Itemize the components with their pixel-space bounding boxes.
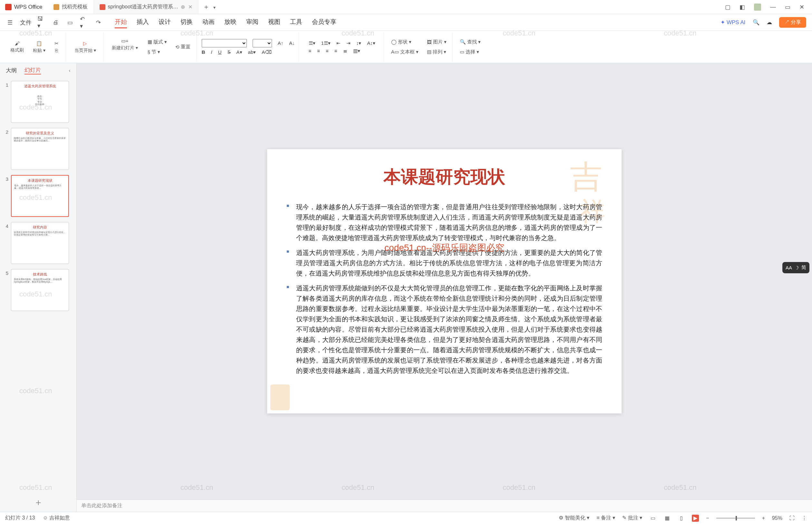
notes-toggle[interactable]: ≡ 备注 ▾ (596, 515, 615, 521)
shape-button[interactable]: ◯ 形状 ▾ (389, 38, 420, 46)
slides-tab[interactable]: 幻灯片 (24, 66, 41, 75)
ribbon-tab-animation[interactable]: 动画 (202, 16, 215, 28)
avatar-icon[interactable] (754, 3, 761, 11)
bullets-icon[interactable]: ☰▾ (309, 40, 315, 46)
ribbon-tab-transition[interactable]: 切换 (180, 16, 193, 28)
expand-panel-icon[interactable]: ⋮ (802, 515, 807, 521)
font-size-select[interactable] (253, 39, 272, 47)
slide-thumbnail[interactable]: 3 本课题研究现状现今，越来越多的人乐于选择一项合适的管理方案…逍遥大药房管理系… (3, 175, 74, 217)
align-center-icon[interactable]: ≡ (317, 48, 320, 53)
outdent-icon[interactable]: ⇤ (336, 40, 341, 46)
smart-beautify-button[interactable]: ⚙ 智能美化 ▾ (559, 515, 589, 521)
zoom-out-icon[interactable]: − (706, 515, 709, 521)
cloud-icon[interactable]: ☁ (766, 19, 772, 26)
slide-thumbnail[interactable]: 4 研究内容该系统主要研究对信息的存储与呈现方式进行优化，在信息管理的安全性与可… (3, 222, 74, 264)
from-current-button[interactable]: ▷ 当页开始 ▾ (71, 40, 99, 53)
close-tab-icon[interactable]: ✕ (188, 4, 192, 10)
new-slide-button[interactable]: ▭+ 新建幻灯片 ▾ (109, 38, 141, 56)
ribbon-tab-tools[interactable]: 工具 (290, 16, 302, 28)
tab-template-store[interactable]: 找稻壳模板 (48, 0, 94, 14)
section-button[interactable]: § 节 ▾ (146, 48, 169, 56)
italic-icon[interactable]: I (211, 49, 212, 55)
select-button[interactable]: ▭ 选择 ▾ (458, 48, 483, 56)
slide-content[interactable]: 现今，越来越多的人乐于选择一项合适的管理方案，但是普通用户往往受到管理经验地限制… (286, 202, 602, 376)
minimize-icon[interactable]: — (770, 3, 776, 10)
strike-icon[interactable]: S̶ (228, 49, 231, 55)
bullet-item[interactable]: 逍遥大药房管理系统能做到的不仅是大大简化管理员的信息管理工作，更能在数字化的平面… (286, 283, 602, 376)
print-icon[interactable]: 🖨 (52, 18, 60, 27)
collapse-panel-icon[interactable]: ‹ (69, 67, 70, 74)
tab-document[interactable]: springboot逍遥大药房管理系… ⊕ ✕ (94, 0, 199, 14)
paste-button[interactable]: 📋 粘贴 ▾ (30, 40, 49, 53)
slide-thumbnail[interactable]: 1 逍遥大药房管理系统姓名: 学号: 专业: 指导教师: (3, 81, 74, 123)
ribbon-tab-view[interactable]: 视图 (268, 16, 280, 28)
highlight-icon[interactable]: ab▾ (248, 49, 256, 55)
underline-icon[interactable]: U (218, 49, 222, 55)
ribbon-tab-member[interactable]: 会员专享 (312, 16, 336, 28)
reading-view-icon[interactable]: ▯ (678, 515, 685, 522)
file-menu[interactable]: 文件 (20, 19, 32, 27)
arrange-button[interactable]: ▤ 排列 ▾ (425, 48, 449, 56)
reading-mode-pill[interactable]: AA ☽ 简 (782, 262, 809, 273)
preview-icon[interactable]: ▭ (66, 18, 74, 27)
text-direction-icon[interactable]: A↕▾ (367, 40, 376, 46)
add-slide-button[interactable]: ＋ (0, 493, 76, 512)
zoom-slider[interactable] (716, 518, 755, 519)
cut-button[interactable]: ✂ ⎘ (51, 40, 62, 53)
line-spacing-icon[interactable]: ↕▾ (357, 40, 362, 46)
increase-font-icon[interactable]: A↑ (278, 40, 284, 46)
ribbon-tab-insert[interactable]: 插入 (137, 16, 149, 28)
normal-view-icon[interactable]: ▭ (649, 515, 656, 522)
new-tab-button[interactable]: ＋ ▾ (198, 3, 220, 11)
indent-icon[interactable]: ⇥ (346, 40, 351, 46)
save-icon[interactable]: 🖫 ▾ (37, 18, 46, 27)
slide-title[interactable]: 本课题研究现状 (286, 165, 602, 189)
fit-window-icon[interactable]: ⛶ (790, 515, 795, 521)
format-painter-button[interactable]: 🖌 格式刷 (7, 40, 27, 53)
slide-thumbnail[interactable]: 5 技术路线系统采用B/S架构，前端使用Vue框架，后端使用SpringBoot… (3, 269, 74, 311)
app-box-icon[interactable]: ▢ (725, 3, 730, 11)
bold-icon[interactable]: B (202, 49, 205, 55)
cube-icon[interactable]: ◧ (740, 3, 745, 11)
align-right-icon[interactable]: ≡ (326, 48, 329, 53)
slide-thumbnail[interactable]: 2 研究的背景及意义随着社会的不断进步与发展，人们对生活质量的要求逐步提升，医药… (3, 128, 74, 170)
find-button[interactable]: 🔍 查找 ▾ (458, 38, 483, 46)
outline-tab[interactable]: 大纲 (6, 67, 17, 74)
bullet-item[interactable]: 逍遥大药房管理系统，为用户随时随地查看逍遥大药房管理提供了便捷的方法，更重要的是… (286, 247, 602, 278)
reset-button[interactable]: ⟲ 重置 (173, 38, 192, 56)
font-family-select[interactable] (202, 39, 247, 47)
align-left-icon[interactable]: ≡ (309, 48, 312, 53)
slideshow-view-icon[interactable]: ▶ (692, 515, 699, 522)
ribbon-tab-slideshow[interactable]: 放映 (224, 16, 236, 28)
layout-button[interactable]: ▦ 版式 ▾ (146, 38, 169, 46)
clear-format-icon[interactable]: A⌫ (262, 49, 272, 55)
redo-icon[interactable]: ↷ (94, 18, 102, 27)
bullet-item[interactable]: 现今，越来越多的人乐于选择一项合适的管理方案，但是普通用户往往受到管理经验地限制… (286, 202, 602, 243)
current-slide[interactable]: 吉祥 本课题研究现状 现今，越来越多的人乐于选择一项合适的管理方案，但是普通用户… (267, 149, 622, 413)
picture-button[interactable]: 🖼 图片 ▾ (425, 38, 449, 46)
textbox-button[interactable]: A▭ 文本框 ▾ (389, 48, 420, 56)
ribbon-tab-design[interactable]: 设计 (159, 16, 171, 28)
maximize-icon[interactable]: ▭ (785, 3, 791, 11)
font-color-icon[interactable]: A▾ (236, 49, 242, 55)
thumbnails-list[interactable]: 1 逍遥大药房管理系统姓名: 学号: 专业: 指导教师: 2 研究的背景及意义随… (0, 78, 76, 493)
numbering-icon[interactable]: 1☰▾ (321, 40, 331, 46)
theme-name[interactable]: ☺ 吉祥如意 (43, 515, 70, 521)
decrease-font-icon[interactable]: A↓ (289, 40, 295, 46)
align-distribute-icon[interactable]: ≣ (343, 48, 347, 54)
ribbon-tab-review[interactable]: 审阅 (246, 16, 259, 28)
zoom-in-icon[interactable]: + (762, 515, 765, 521)
ribbon-tab-start[interactable]: 开始 (115, 16, 127, 28)
wps-ai-button[interactable]: ✦ WPS AI (720, 19, 745, 26)
search-icon[interactable]: 🔍 (753, 19, 760, 26)
comments-toggle[interactable]: ✎ 批注 ▾ (622, 515, 642, 521)
close-window-icon[interactable]: ✕ (799, 3, 804, 11)
columns-icon[interactable]: ▥▾ (353, 48, 360, 54)
zoom-value[interactable]: 95% (772, 515, 782, 521)
undo-icon[interactable]: ↶ ▾ (80, 18, 88, 27)
notes-bar[interactable]: 单击此处添加备注 (77, 500, 812, 512)
menu-icon[interactable]: ☰ (6, 18, 14, 27)
sorter-view-icon[interactable]: ▦ (663, 515, 670, 522)
dropdown-icon[interactable]: ▾ (213, 5, 216, 10)
share-button[interactable]: ↗ 分享 (779, 17, 806, 28)
